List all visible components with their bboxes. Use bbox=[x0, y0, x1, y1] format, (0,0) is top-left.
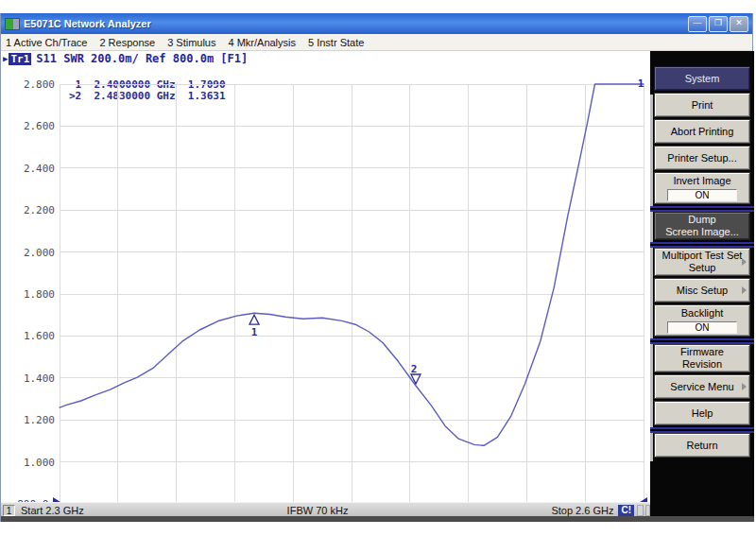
ifbw-label: IFBW 70 kHz bbox=[84, 505, 552, 516]
softkey-label: Help bbox=[692, 407, 713, 420]
menu-bar: 1 Active Ch/Trace2 Response3 Stimulus4 M… bbox=[1, 34, 752, 51]
menu-item-5[interactable]: 5 Instr State bbox=[308, 37, 364, 48]
softkey-sidebar: SystemPrintAbort PrintingPrinter Setup..… bbox=[650, 51, 754, 516]
minimize-button[interactable]: — bbox=[688, 16, 707, 32]
menu-item-1[interactable]: 1 Active Ch/Trace bbox=[6, 37, 87, 48]
softkey-printer-setup[interactable]: Printer Setup... bbox=[654, 146, 750, 170]
submenu-arrow-icon bbox=[742, 258, 747, 266]
correction-status-badge: C! bbox=[618, 505, 634, 516]
softkey-label: Invert Image bbox=[673, 175, 730, 187]
y-axis-label: 1.200 bbox=[24, 414, 55, 426]
swr-chart: 2.8002.6002.4002.2002.0001.8001.6001.400… bbox=[1, 51, 650, 502]
softkey-label: Misc Setup bbox=[677, 285, 728, 297]
marker-1-triangle-icon[interactable] bbox=[249, 315, 259, 324]
trace-number-label: 1 bbox=[638, 78, 644, 90]
restore-button[interactable]: ❐ bbox=[709, 16, 728, 32]
marker-1-label: 1 bbox=[251, 326, 258, 338]
submenu-arrow-icon bbox=[742, 286, 747, 294]
softkey-invert-image[interactable]: Invert ImageON bbox=[654, 172, 750, 204]
softkey-return[interactable]: Return bbox=[654, 433, 750, 458]
softkey-label: Backlight bbox=[681, 307, 724, 320]
softkey-label: Screen Image... bbox=[665, 226, 739, 238]
softkey-toggle-state: ON bbox=[667, 189, 737, 201]
softkey-service-menu[interactable]: Service Menu bbox=[654, 374, 750, 399]
softkey-help[interactable]: Help bbox=[654, 401, 750, 425]
softkey-label: Setup bbox=[689, 262, 716, 274]
submenu-arrow-icon bbox=[742, 383, 747, 390]
softkey-label: Revision bbox=[682, 358, 722, 371]
softkey-label: Multiport Test Set bbox=[662, 250, 743, 262]
y-axis-label: 2.200 bbox=[24, 204, 55, 216]
analyzer-window: E5071C Network Analyzer — ❐ ✕ 1 Active C… bbox=[0, 13, 753, 522]
measurement-area: ▶ Tr1 S11 SWR 200.0m/ Ref 800.0m [F1] 1 … bbox=[1, 51, 650, 502]
y-axis-label: 2.800 bbox=[24, 78, 55, 91]
sidebar-scroll-strip bbox=[650, 95, 653, 461]
softkey-print[interactable]: Print bbox=[654, 93, 750, 117]
softkey-multiport-test-set-setup[interactable]: Multiport Test SetSetup bbox=[654, 248, 750, 276]
title-bar: E5071C Network Analyzer — ❐ ✕ bbox=[1, 13, 752, 34]
y-axis-label: 1.600 bbox=[24, 330, 55, 342]
status-spacer bbox=[637, 505, 644, 516]
y-axis-label: 2.000 bbox=[24, 247, 55, 259]
window-title: E5071C Network Analyzer bbox=[24, 18, 686, 29]
marker-2-label: 2 bbox=[411, 363, 418, 375]
y-axis-label: 2.400 bbox=[24, 163, 55, 175]
window-bottom-frame bbox=[1, 516, 754, 522]
softkey-dump-screen-image[interactable]: DumpScreen Image... bbox=[654, 212, 750, 240]
stop-frequency-label: Stop 2.6 GHz bbox=[551, 505, 613, 516]
softkey-system[interactable]: System bbox=[654, 66, 750, 91]
y-axis-label: 2.600 bbox=[24, 120, 55, 132]
softkey-label: Printer Setup... bbox=[667, 152, 736, 164]
softkey-label: Firmware bbox=[680, 346, 724, 358]
softkey-label: System bbox=[685, 73, 720, 85]
softkey-label: Service Menu bbox=[670, 381, 733, 393]
softkey-label: Dump bbox=[688, 214, 715, 226]
window-icon bbox=[5, 18, 20, 30]
y-axis-label: 1.000 bbox=[24, 457, 55, 469]
softkey-abort-printing[interactable]: Abort Printing bbox=[654, 119, 750, 144]
softkey-backlight[interactable]: BacklightON bbox=[654, 304, 750, 337]
y-axis-label: 1.400 bbox=[24, 372, 55, 385]
menu-item-2[interactable]: 2 Response bbox=[99, 37, 155, 48]
start-frequency-label: Start 2.3 GHz bbox=[21, 505, 84, 516]
softkey-label: Abort Printing bbox=[671, 126, 734, 138]
menu-item-4[interactable]: 4 Mkr/Analysis bbox=[228, 37, 296, 48]
menu-item-3[interactable]: 3 Stimulus bbox=[167, 37, 215, 48]
marker-2-triangle-icon[interactable] bbox=[411, 374, 421, 384]
softkey-label: Return bbox=[686, 440, 717, 452]
softkey-firmware-revision[interactable]: FirmwareRevision bbox=[654, 344, 750, 372]
screen: E5071C Network Analyzer — ❐ ✕ 1 Active C… bbox=[0, 0, 756, 536]
close-button[interactable]: ✕ bbox=[730, 16, 748, 32]
softkey-toggle-state: ON bbox=[667, 321, 737, 334]
softkey-misc-setup[interactable]: Misc Setup bbox=[654, 278, 750, 303]
channel-indicator: 1 bbox=[3, 505, 15, 516]
softkey-label: Print bbox=[692, 99, 713, 112]
y-axis-label: 1.800 bbox=[24, 288, 55, 301]
